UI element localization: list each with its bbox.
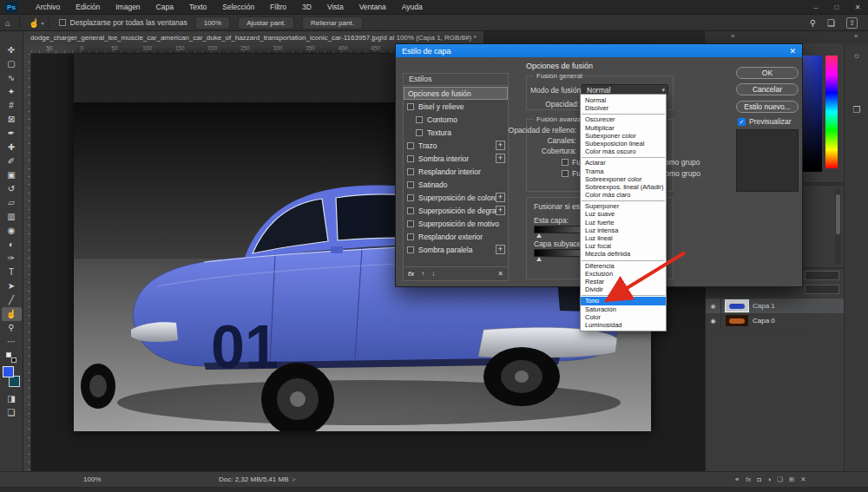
menu-archivo[interactable]: Archivo <box>28 0 68 15</box>
blend-mode-option[interactable]: Luz fuerte <box>581 219 666 226</box>
lasso-tool[interactable]: ∿ <box>2 71 22 85</box>
layer-effects-icon[interactable]: fx <box>746 476 751 483</box>
add-effect-icon[interactable]: + <box>496 245 505 254</box>
maximize-button[interactable]: □ <box>826 0 847 15</box>
marquee-tool[interactable]: ▢ <box>2 57 22 71</box>
menu-vista[interactable]: Vista <box>319 0 352 15</box>
blend-mode-option[interactable]: Saturación <box>581 305 666 313</box>
move-up-icon[interactable]: ↑ <box>421 270 424 278</box>
visibility-eye-icon[interactable]: ◉ <box>706 313 721 328</box>
home-icon[interactable]: ⌂ <box>0 18 16 28</box>
add-effect-icon[interactable]: + <box>496 141 505 150</box>
style-checkbox[interactable] <box>416 129 423 136</box>
style-resplandor-exterior[interactable]: Resplandor exterior <box>404 230 508 243</box>
layer-thumbnail[interactable] <box>726 315 748 326</box>
blend-mode-option[interactable]: Color <box>581 313 666 321</box>
style-checkbox[interactable] <box>407 220 414 227</box>
add-effect-icon[interactable]: + <box>496 206 505 215</box>
zoom-100-button[interactable]: 100% <box>195 16 230 30</box>
foreground-color-swatch[interactable] <box>3 366 14 377</box>
hue-slider[interactable] <box>825 56 838 168</box>
blur-tool[interactable]: ◉ <box>2 224 22 238</box>
add-effect-icon[interactable]: + <box>496 193 505 202</box>
blend-mode-option[interactable]: Normal <box>581 96 666 104</box>
menu-ventana[interactable]: Ventana <box>352 0 394 15</box>
menu-texto[interactable]: Texto <box>181 0 214 15</box>
frame-tool[interactable]: ⊠ <box>2 113 22 127</box>
pen-tool[interactable]: ✑ <box>2 252 22 266</box>
default-colors-icon[interactable] <box>6 352 16 363</box>
color-swatches[interactable] <box>2 366 21 387</box>
blend-mode-option[interactable]: Superponer <box>581 202 666 210</box>
collapse-panels-icon[interactable]: » <box>854 32 858 40</box>
blend-mode-option[interactable]: Sobreexponer color <box>581 175 666 183</box>
new-style-button[interactable]: Estilo nuevo... <box>736 101 799 113</box>
blend-mode-option[interactable]: Color más claro <box>581 191 666 199</box>
blend-mode-option[interactable]: Diferencia <box>581 262 666 270</box>
style-textura[interactable]: Textura <box>404 126 508 139</box>
learn-icon[interactable]: ☼ <box>845 50 868 60</box>
blend-mode-option[interactable]: Dividir <box>581 285 666 293</box>
healing-brush-tool[interactable]: ✚ <box>2 141 22 154</box>
style-trazo[interactable]: Trazo + <box>404 139 508 152</box>
blend-mode-option[interactable]: Oscurecer <box>581 115 666 123</box>
style-checkbox[interactable] <box>407 181 414 188</box>
blend-mode-option[interactable]: Sobreexpos. lineal (Añadir) <box>581 183 666 191</box>
style-sombra-paralela[interactable]: Sombra paralela + <box>404 243 508 256</box>
blend-mode-option[interactable]: Mezcla definida <box>581 250 666 258</box>
move-down-icon[interactable]: ↓ <box>431 270 435 278</box>
style-superposicion-de-degradado[interactable]: Superposición de degradado + <box>404 204 508 217</box>
blend-mode-option[interactable]: Subexponer color <box>581 132 666 140</box>
search-icon[interactable]: ⚲ <box>810 18 816 28</box>
blend-mode-option[interactable]: Luz lineal <box>581 234 666 242</box>
style-checkbox[interactable] <box>407 233 414 240</box>
style-checkbox[interactable] <box>407 155 414 162</box>
blend-mode-option[interactable]: Exclusión <box>581 270 666 278</box>
style-resplandor-interior[interactable]: Resplandor interior <box>404 165 508 178</box>
style-checkbox[interactable] <box>407 103 414 110</box>
blend-mode-option[interactable]: Color más oscuro <box>581 148 666 155</box>
line-tool[interactable]: ╱ <box>2 293 22 307</box>
dialog-close-icon[interactable]: ✕ <box>789 47 796 56</box>
layer-row-capa-0[interactable]: ◉ Capa 0 <box>706 313 845 328</box>
status-zoom-level[interactable]: 100% <box>83 476 101 483</box>
menu-ayuda[interactable]: Ayuda <box>394 0 431 15</box>
hand-tool[interactable]: ☝ <box>2 307 22 321</box>
delete-effect-icon[interactable]: ✕ <box>497 270 503 278</box>
style-sombra-interior[interactable]: Sombra interior + <box>404 152 508 165</box>
gradient-tool[interactable]: ▥ <box>2 210 22 224</box>
visibility-eye-icon[interactable]: ◉ <box>706 298 721 313</box>
move-tool[interactable]: ✜ <box>2 43 22 57</box>
style-bisel-y-relieve[interactable]: Bisel y relieve <box>404 100 508 113</box>
style-superposicion-de-motivo[interactable]: Superposición de motivo <box>404 217 508 230</box>
close-window-button[interactable]: ✕ <box>847 0 868 15</box>
add-effect-icon[interactable]: + <box>496 154 505 163</box>
fill-screen-button[interactable]: Rellenar pant. <box>302 16 363 30</box>
edit-toolbar-button[interactable]: ⋯ <box>2 335 22 349</box>
status-chevron-icon[interactable]: > <box>292 476 296 483</box>
scroll-all-windows-checkbox[interactable] <box>59 19 66 26</box>
dodge-tool[interactable]: ◐ <box>2 238 22 252</box>
style-contorno[interactable]: Contorno <box>404 113 508 126</box>
blend-mode-option-tono[interactable]: Tono <box>581 297 666 305</box>
preview-checkbox[interactable]: ✓ <box>738 118 746 126</box>
crop-tool[interactable]: # <box>2 99 22 113</box>
panel-scrollbar-thumb[interactable] <box>836 194 840 234</box>
menu-seleccion[interactable]: Selección <box>214 0 262 15</box>
blend-mode-option[interactable]: Luz suave <box>581 210 666 218</box>
chevron-down-icon[interactable]: ▾ <box>42 20 44 26</box>
style-superposicion-de-colores[interactable]: Superposición de colores + <box>404 191 508 204</box>
style-checkbox[interactable] <box>407 168 414 175</box>
style-opciones-de-fusion[interactable]: Opciones de fusión <box>404 87 508 100</box>
style-checkbox[interactable] <box>407 207 414 214</box>
link-layers-icon[interactable]: ⚭ <box>734 476 740 483</box>
screen-mode-button[interactable]: ❏ <box>2 406 22 420</box>
type-tool[interactable]: T <box>2 266 22 279</box>
path-selection-tool[interactable]: ➤ <box>2 279 22 293</box>
style-checkbox[interactable] <box>407 142 414 149</box>
brush-tool[interactable]: ✐ <box>2 154 22 168</box>
menu-imagen[interactable]: Imagen <box>108 0 148 15</box>
minimize-button[interactable]: – <box>806 0 826 15</box>
layer-mask-icon[interactable]: ◘ <box>757 476 761 483</box>
eraser-tool[interactable]: ▱ <box>2 196 22 210</box>
